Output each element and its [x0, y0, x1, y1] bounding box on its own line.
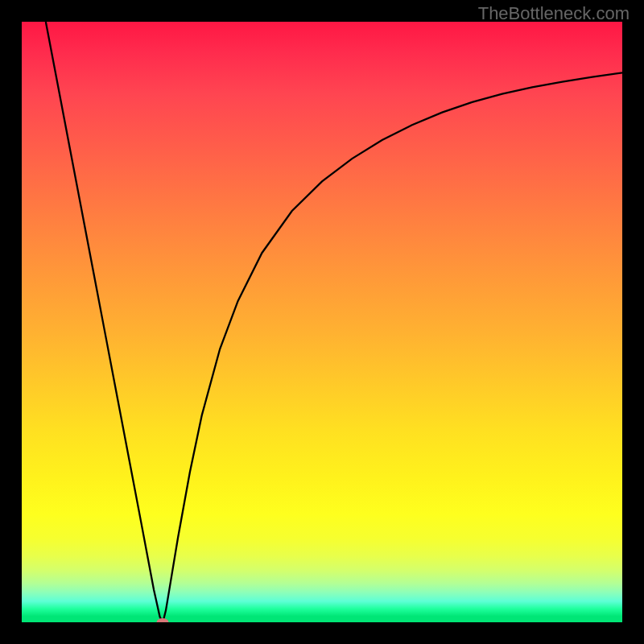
curve-svg — [22, 22, 622, 622]
bottleneck-curve — [46, 22, 622, 622]
plot-area — [22, 22, 622, 622]
optimum-marker — [157, 618, 169, 622]
watermark-text: TheBottleneck.com — [478, 3, 630, 24]
